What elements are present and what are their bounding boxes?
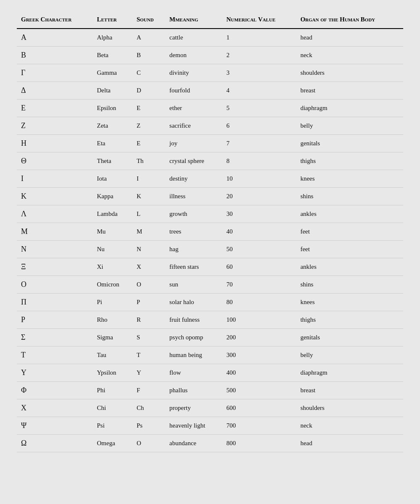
cell-sound: L xyxy=(132,205,165,223)
cell-greek: Η xyxy=(17,135,93,152)
cell-organ: genitals xyxy=(296,329,403,346)
cell-numerical: 1 xyxy=(222,29,296,47)
cell-greek: Σ xyxy=(17,329,93,346)
cell-sound: T xyxy=(132,346,165,364)
cell-letter: Chi xyxy=(93,399,132,417)
cell-meaning: phallus xyxy=(165,382,222,399)
cell-meaning: hag xyxy=(165,241,222,258)
cell-meaning: trees xyxy=(165,223,222,241)
cell-sound: O xyxy=(132,435,165,452)
cell-sound: Ps xyxy=(132,417,165,435)
cell-greek: Γ xyxy=(17,64,93,82)
main-container: Greek Character Letter Sound Mmeaning Nu… xyxy=(8,8,412,457)
cell-greek: Δ xyxy=(17,82,93,100)
cell-greek: Ρ xyxy=(17,311,93,329)
table-row: ΒBetaBdemon2neck xyxy=(17,47,403,64)
cell-letter: Lambda xyxy=(93,205,132,223)
cell-numerical: 50 xyxy=(222,241,296,258)
cell-meaning: heavenly light xyxy=(165,417,222,435)
cell-greek: Λ xyxy=(17,205,93,223)
table-row: ΘThetaThcrystal sphere8thighs xyxy=(17,152,403,170)
cell-meaning: sun xyxy=(165,276,222,294)
table-row: ΨPsiPsheavenly light700neck xyxy=(17,417,403,435)
cell-greek: Κ xyxy=(17,188,93,205)
cell-letter: Mu xyxy=(93,223,132,241)
table-row: ΝNuNhag50feet xyxy=(17,241,403,258)
cell-numerical: 10 xyxy=(222,170,296,188)
cell-organ: shoulders xyxy=(296,399,403,417)
cell-meaning: cattle xyxy=(165,29,222,47)
cell-meaning: fourfold xyxy=(165,82,222,100)
greek-alphabet-table: Greek Character Letter Sound Mmeaning Nu… xyxy=(17,13,403,452)
col-header-letter: Letter xyxy=(93,13,132,29)
cell-meaning: joy xyxy=(165,135,222,152)
cell-numerical: 400 xyxy=(222,364,296,382)
cell-letter: Gamma xyxy=(93,64,132,82)
table-row: ΗEtaEjoy7genitals xyxy=(17,135,403,152)
cell-organ: feet xyxy=(296,241,403,258)
cell-organ: thighs xyxy=(296,311,403,329)
cell-greek: Ε xyxy=(17,100,93,117)
cell-organ: feet xyxy=(296,223,403,241)
cell-numerical: 70 xyxy=(222,276,296,294)
cell-greek: Τ xyxy=(17,346,93,364)
cell-organ: shoulders xyxy=(296,64,403,82)
table-row: ΔDeltaDfourfold4breast xyxy=(17,82,403,100)
cell-letter: Alpha xyxy=(93,29,132,47)
cell-numerical: 20 xyxy=(222,188,296,205)
cell-letter: Kappa xyxy=(93,188,132,205)
cell-greek: Ν xyxy=(17,241,93,258)
table-row: ΤTauThuman being300belly xyxy=(17,346,403,364)
cell-organ: diaphragm xyxy=(296,100,403,117)
cell-meaning: growth xyxy=(165,205,222,223)
cell-sound: O xyxy=(132,276,165,294)
cell-letter: Tau xyxy=(93,346,132,364)
table-row: ΧChiChproperty600shoulders xyxy=(17,399,403,417)
table-row: ΚKappaKillness20shins xyxy=(17,188,403,205)
table-row: ΜMuMtrees40feet xyxy=(17,223,403,241)
cell-greek: Φ xyxy=(17,382,93,399)
cell-letter: Phi xyxy=(93,382,132,399)
table-row: ΩOmegaOabundance800head xyxy=(17,435,403,452)
cell-meaning: illness xyxy=(165,188,222,205)
cell-numerical: 4 xyxy=(222,82,296,100)
cell-greek: Ψ xyxy=(17,417,93,435)
cell-meaning: flow xyxy=(165,364,222,382)
cell-letter: Iota xyxy=(93,170,132,188)
cell-greek: Μ xyxy=(17,223,93,241)
cell-greek: Ζ xyxy=(17,117,93,135)
cell-numerical: 6 xyxy=(222,117,296,135)
cell-sound: Y xyxy=(132,364,165,382)
cell-organ: belly xyxy=(296,346,403,364)
cell-organ: shins xyxy=(296,188,403,205)
cell-sound: Ch xyxy=(132,399,165,417)
cell-organ: neck xyxy=(296,47,403,64)
cell-sound: E xyxy=(132,135,165,152)
cell-letter: Xi xyxy=(93,258,132,276)
table-row: ΛLambdaLgrowth30ankles xyxy=(17,205,403,223)
cell-greek: Ι xyxy=(17,170,93,188)
cell-organ: shins xyxy=(296,276,403,294)
cell-organ: knees xyxy=(296,294,403,311)
cell-sound: A xyxy=(132,29,165,47)
cell-organ: ankles xyxy=(296,258,403,276)
cell-meaning: destiny xyxy=(165,170,222,188)
cell-letter: Rho xyxy=(93,311,132,329)
cell-meaning: demon xyxy=(165,47,222,64)
cell-greek: Υ xyxy=(17,364,93,382)
col-header-greek: Greek Character xyxy=(17,13,93,29)
cell-letter: Pi xyxy=(93,294,132,311)
table-row: ΠPiPsolar halo80knees xyxy=(17,294,403,311)
cell-letter: Omicron xyxy=(93,276,132,294)
cell-greek: Ξ xyxy=(17,258,93,276)
cell-sound: Th xyxy=(132,152,165,170)
cell-sound: Z xyxy=(132,117,165,135)
table-row: ΦPhiFphallus500breast xyxy=(17,382,403,399)
cell-sound: N xyxy=(132,241,165,258)
cell-organ: head xyxy=(296,435,403,452)
table-row: ΣSigmaSpsych opomp200genitals xyxy=(17,329,403,346)
table-row: ΖZetaZsacrifice6belly xyxy=(17,117,403,135)
cell-sound: F xyxy=(132,382,165,399)
cell-numerical: 300 xyxy=(222,346,296,364)
cell-greek: Θ xyxy=(17,152,93,170)
